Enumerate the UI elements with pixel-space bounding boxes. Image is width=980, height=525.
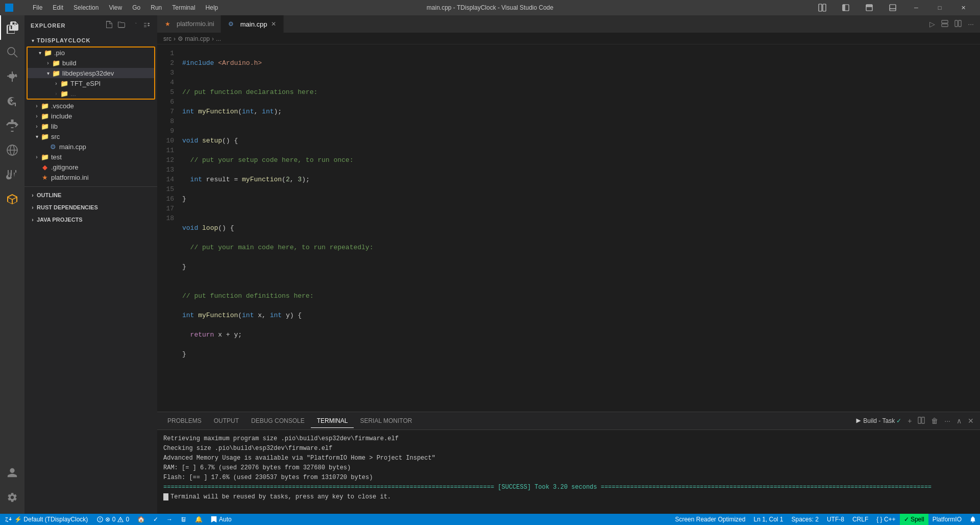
close-btn[interactable]: ✕ (951, 0, 975, 15)
close-panel-btn[interactable]: ✕ (966, 415, 976, 427)
split-terminal-btn[interactable] (916, 415, 927, 427)
spell-check-status[interactable]: ✓ Spell (900, 514, 928, 525)
code-content[interactable]: #include <Arduino.h> // put function dec… (180, 44, 980, 412)
libdeps-arrow: ▾ (44, 69, 52, 77)
test-folder[interactable]: › 📁 test (24, 152, 157, 162)
account-activity-btn[interactable] (0, 461, 24, 485)
toggle-panel-btn[interactable] (881, 0, 904, 15)
main-cpp-icon: ⚙ (49, 142, 57, 151)
src-folder[interactable]: ▾ 📁 src (24, 131, 157, 141)
toggle-primary-sidebar-btn[interactable] (834, 0, 857, 15)
split-editor-btn[interactable] (952, 18, 964, 31)
new-file-icon[interactable] (104, 19, 114, 31)
maximize-panel-btn[interactable]: ∧ (954, 415, 964, 427)
line-ending[interactable]: CRLF (848, 514, 872, 525)
menu-file[interactable]: File (29, 3, 46, 12)
menu-help[interactable]: Help (202, 3, 223, 12)
libdeps-folder[interactable]: ▾ 📁 libdeps\esp32dev (28, 68, 154, 78)
menu-selection[interactable]: Selection (69, 3, 103, 12)
remote-status[interactable]: ⚡ Default (TDisplayClock) (0, 514, 93, 525)
menu-terminal[interactable]: Terminal (168, 3, 199, 12)
more-terminal-btn[interactable]: ··· (942, 415, 952, 427)
arrow-btn[interactable]: → (162, 514, 177, 525)
pio-folder[interactable]: ▾ 📁 .pio (28, 47, 154, 58)
code-line-11: void loop() { (180, 223, 980, 233)
tab-main-cpp[interactable]: ⚙ main.cpp ✕ (221, 15, 284, 33)
more-items[interactable]: › 📁 ... (28, 88, 154, 99)
build-task-btn[interactable]: Build - Task ✓ (853, 415, 903, 426)
auto-status[interactable]: Auto (207, 514, 236, 525)
explorer-activity-btn[interactable] (0, 15, 24, 40)
tab-main-cpp-close[interactable]: ✕ (270, 19, 277, 29)
breadcrumb-more[interactable]: ... (216, 35, 221, 42)
tab-platformio-ini-icon: ★ (163, 20, 172, 28)
menu-view[interactable]: View (105, 3, 126, 12)
run-code-btn[interactable]: ▷ (927, 18, 937, 30)
tft-espi-label: TFT_eSPI (70, 80, 101, 87)
editor-tab-actions: ▷ ··· (923, 15, 980, 33)
debug-console-tab[interactable]: DEBUG CONSOLE (245, 414, 311, 428)
encoding[interactable]: UTF-8 (823, 514, 848, 525)
terminal-line-4: RAM: [= ] 6.7% (used 22076 bytes from 32… (163, 463, 974, 472)
remote-explorer-activity-btn[interactable] (0, 138, 24, 162)
serial-monitor-tab[interactable]: SERIAL MONITOR (354, 414, 418, 428)
maximize-btn[interactable]: □ (928, 0, 951, 15)
add-terminal-btn[interactable]: + (905, 415, 914, 427)
code-editor[interactable]: 12345 678910 1112131415 161718 #include … (157, 44, 980, 412)
run-debug-activity-btn[interactable] (0, 89, 24, 113)
cursor-position[interactable]: Ln 1, Col 1 (749, 514, 787, 525)
refresh-icon[interactable] (129, 19, 139, 31)
java-projects-section-header[interactable]: › JAVA PROJECTS (24, 213, 157, 226)
minimize-btn[interactable]: ─ (904, 0, 928, 15)
build-arrow: › (44, 59, 52, 67)
main-cpp-file[interactable]: ⚙ main.cpp (24, 141, 157, 152)
kill-terminal-btn[interactable]: 🗑 (929, 415, 940, 427)
sidebar-header: EXPLORER (24, 15, 157, 35)
more-actions-editor-btn[interactable]: ··· (966, 18, 976, 30)
rust-deps-section-header[interactable]: › RUST DEPENDENCIES (24, 201, 157, 213)
tft-espi-folder[interactable]: › 📁 TFT_eSPI (28, 78, 154, 88)
outline-section-header[interactable]: › OUTLINE (24, 189, 157, 201)
platformio-ini-file[interactable]: ★ platformio.ini (24, 172, 157, 182)
sync-btn[interactable]: ✓ (149, 514, 162, 525)
platformio-status[interactable]: PlatformIO (928, 514, 966, 525)
split-down-btn[interactable] (939, 18, 950, 31)
pio-folder-icon: 📁 (44, 49, 52, 57)
menu-go[interactable]: Go (128, 3, 144, 12)
collapse-all-icon[interactable] (141, 19, 151, 31)
language-mode[interactable]: { } C++ (872, 514, 899, 525)
indentation[interactable]: Spaces: 2 (788, 514, 823, 525)
home-btn[interactable]: 🏠 (133, 514, 149, 525)
testing-activity-btn[interactable] (0, 162, 24, 187)
menu-edit[interactable]: Edit (48, 3, 67, 12)
delete-btn[interactable] (177, 514, 191, 525)
gitignore-file[interactable]: ◆ .gitignore (24, 162, 157, 172)
notifications-bell[interactable] (966, 514, 980, 525)
toggle-editor-layout-btn[interactable] (857, 0, 881, 15)
test-arrow: › (33, 153, 41, 161)
customize-layout-btn[interactable] (811, 0, 834, 15)
breadcrumb-src[interactable]: src (163, 35, 172, 42)
errors-warnings[interactable]: ⊗ 0 0 (93, 514, 133, 525)
breadcrumb-file[interactable]: ⚙ main.cpp (178, 35, 210, 42)
search-activity-btn[interactable] (0, 40, 24, 64)
terminal-tab[interactable]: TERMINAL (311, 414, 354, 428)
tab-platformio-ini[interactable]: ★ platformio.ini (157, 15, 221, 33)
root-folder[interactable]: ▾ TDISPLAYCLOCK (24, 35, 157, 45)
screen-reader-status[interactable]: Screen Reader Optimized (671, 514, 749, 525)
code-line-9: } (180, 194, 980, 204)
platformio-activity-btn[interactable] (0, 187, 24, 211)
include-folder[interactable]: › 📁 include (24, 111, 157, 121)
build-folder[interactable]: › 📁 build (28, 58, 154, 68)
source-control-activity-btn[interactable] (0, 64, 24, 89)
menu-run[interactable]: Run (146, 3, 166, 12)
settings-activity-btn[interactable] (0, 485, 24, 510)
extensions-activity-btn[interactable] (0, 113, 24, 138)
problems-tab[interactable]: PROBLEMS (161, 414, 208, 428)
output-tab[interactable]: OUTPUT (208, 414, 245, 428)
lib-folder[interactable]: › 📁 lib (24, 121, 157, 131)
vscode-logo (5, 4, 13, 12)
notification-btn[interactable]: 🔔 (191, 514, 207, 525)
vscode-folder[interactable]: › 📁 .vscode (24, 101, 157, 111)
new-folder-icon[interactable] (116, 19, 127, 31)
